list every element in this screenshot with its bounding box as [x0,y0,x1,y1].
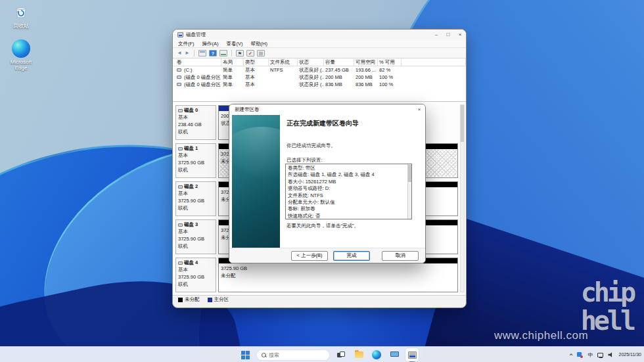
col-filler [402,58,466,66]
disk-management-icon [408,351,417,359]
wizard-close-button[interactable]: × [413,104,425,115]
disk1-info-panel[interactable]: 磁盘 1 基本 3725.90 GB 联机 [175,143,216,178]
volume-name: (磁盘 0 磁盘分区 4) [183,81,221,88]
wizard-title: 新建带区卷 [235,106,260,113]
cell-status: 状态良好 (... [298,67,324,74]
volume-row[interactable]: (C:) 简单 基本 NTFS 状态良好 (... 237.45 GB 193.… [173,66,466,74]
col-type[interactable]: 类型 [244,58,269,66]
refresh-button[interactable] [246,50,254,57]
menu-action[interactable]: 操作(A) [202,41,219,47]
cell-status: 状态良好 (... [298,81,324,88]
setting-allocation-unit: 分配单元大小: 默认值 [288,199,406,206]
disk3-info-panel[interactable]: 磁盘 3 基本 3725.90 GB 联机 [175,219,216,254]
setting-volume-label: 卷标: 新加卷 [288,206,406,212]
scrollbar-thumb[interactable] [461,105,464,142]
disk-management-app-icon [177,32,183,37]
close-button[interactable]: × [454,30,466,40]
clock-date[interactable]: 2025/11/30 [618,352,641,357]
volume-icon [177,68,181,72]
disk-size: 3725.90 GB [178,198,214,205]
recycle-bin-icon [4,4,38,21]
show-action-pane-button[interactable] [219,50,227,57]
disk-management-button[interactable] [405,348,419,361]
listbox-scrollbar[interactable] [407,164,411,219]
back-button[interactable]: < 上一步(B) [291,251,328,261]
legend-label: 未分配 [185,296,200,303]
tray-chevron-button[interactable]: ^ [570,353,573,357]
volume-name: (C:) [183,67,193,73]
forward-button[interactable]: ► [185,51,190,56]
disk0-info-panel[interactable]: 磁盘 0 基本 238.46 GB 联机 [175,105,216,140]
col-filesystem[interactable]: 文件系统 [269,58,298,66]
col-pctfree[interactable]: % 可用 [378,58,402,66]
search-icon [262,353,266,357]
volumes-header-row: 卷 布局 类型 文件系统 状态 容量 可用空间 % 可用 [173,58,466,66]
wizard-titlebar[interactable]: 新建带区卷 × [229,104,425,115]
setting-filesystem: 文件系统: NTFS [288,192,406,199]
minimize-button[interactable]: – [430,30,442,40]
volume-icon[interactable] [608,352,614,358]
cell-layout: 简单 [221,81,244,88]
wizard-settings-listbox[interactable]: 卷类型: 带区 所选磁盘: 磁盘 1, 磁盘 2, 磁盘 3, 磁盘 4 卷大小… [285,164,412,219]
volume-row[interactable]: (磁盘 0 磁盘分区 1) 简单 基本 状态良好 (... 200 MB 200… [173,74,466,81]
maximize-button[interactable]: □ [442,30,454,40]
dm-titlebar[interactable]: 磁盘管理 – □ × [173,30,466,40]
task-view-button[interactable] [334,348,348,361]
cell-pct: 100 % [378,74,402,80]
disk-name: 磁盘 0 [184,107,198,114]
start-button[interactable] [239,348,252,361]
setting-selected-disks: 所选磁盘: 磁盘 1, 磁盘 2, 磁盘 3, 磁盘 4 [288,171,406,178]
ime-indicator[interactable]: 中 [587,351,593,359]
disk-size: 3725.90 GB [178,274,214,281]
tray-app-icon[interactable] [577,352,583,358]
properties-button[interactable] [236,50,244,57]
disk4-info-panel[interactable]: 磁盘 4 基本 3725.90 GB 联机 [175,258,216,292]
folder-icon [355,351,363,358]
cell-status: 状态良好 (... [298,74,324,81]
col-layout[interactable]: 布局 [221,58,244,66]
show-console-tree-button[interactable] [198,50,206,57]
menu-file[interactable]: 文件(F) [178,41,195,47]
volumes-list-pane: 卷 布局 类型 文件系统 状态 容量 可用空间 % 可用 (C:) 简单 基本 … [173,58,466,102]
disk-status: 联机 [178,129,214,136]
col-volume[interactable]: 卷 [175,58,221,66]
edge-button[interactable] [370,348,383,361]
cell-free: 193.66 ... [354,67,378,73]
edge-desktop-icon[interactable]: Microsoft Edge [4,39,38,71]
file-explorer-button[interactable] [352,348,365,361]
wizard-sidebar-image [232,115,280,250]
cell-layout: 简单 [221,67,244,74]
details-view-button[interactable] [257,50,265,57]
search-input[interactable] [269,352,315,358]
recycle-bin-desktop-icon[interactable]: 回收站 [4,4,38,30]
edge-label: Microsoft Edge [4,59,38,71]
disk-status: 联机 [178,243,214,250]
this-pc-button[interactable] [388,348,401,361]
help-button[interactable]: ? [209,50,217,57]
disk-type: 基本 [178,229,214,236]
menu-view[interactable]: 查看(V) [227,41,243,47]
cancel-button[interactable]: 取消 [382,251,419,261]
volume-row[interactable]: (磁盘 0 磁盘分区 4) 简单 基本 状态良好 (... 836 MB 836… [173,81,466,88]
back-button[interactable]: ◄ [177,51,182,56]
taskbar-center [239,347,419,362]
cell-pct: 82 % [378,67,402,73]
partition-status: 未分配 [221,272,455,279]
volume-icon [177,83,181,86]
volume-name: (磁盘 0 磁盘分区 1) [183,74,221,81]
disk2-info-panel[interactable]: 磁盘 2 基本 3725.90 GB 联机 [175,181,216,216]
disks-pane-scrollbar[interactable] [460,104,465,292]
col-status[interactable]: 状态 [298,58,324,66]
disk-icon [178,261,183,265]
disk-name: 磁盘 4 [184,260,198,267]
menu-help[interactable]: 帮助(H) [251,41,267,47]
taskbar-search[interactable] [256,350,330,361]
finish-button[interactable]: 完成 [333,251,370,261]
col-free[interactable]: 可用空间 [354,58,378,66]
scrollbar-thumb[interactable] [408,165,411,182]
col-capacity[interactable]: 容量 [324,58,354,66]
cell-type: 基本 [244,81,269,88]
network-icon[interactable] [597,353,603,357]
edge-icon [12,39,30,58]
setting-volume-type: 卷类型: 带区 [288,165,406,171]
